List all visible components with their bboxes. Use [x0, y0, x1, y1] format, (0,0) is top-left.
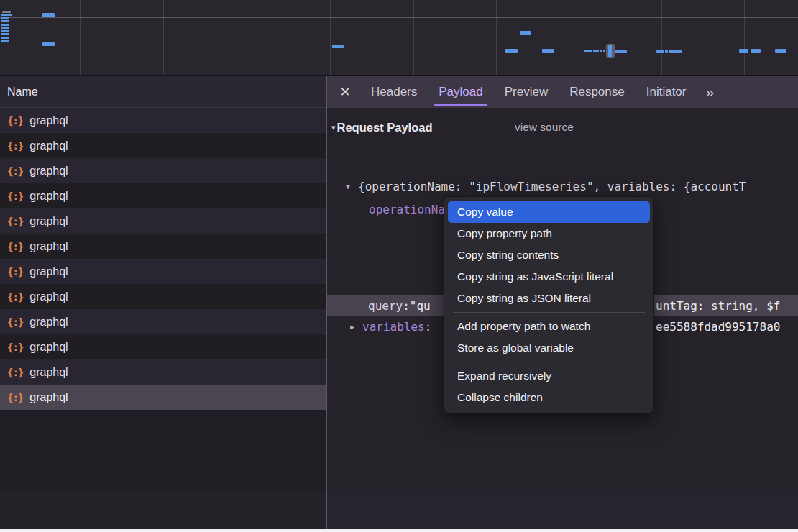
- request-timing-bar: [669, 50, 682, 53]
- property-key: query: [368, 299, 410, 313]
- request-timing-bar: [1, 14, 12, 16]
- request-list: {:}graphql{:}graphql{:}graphql{:}graphql…: [0, 108, 326, 490]
- request-timing-bar: [775, 49, 786, 53]
- status-bar-left: [0, 490, 326, 529]
- request-name-label: graphql: [29, 190, 68, 203]
- tab-label: Payload: [439, 85, 482, 99]
- network-request-row[interactable]: {:}graphql: [0, 183, 326, 208]
- request-timing-bar: [1, 30, 9, 32]
- timeline-gridline: [661, 0, 662, 75]
- request-name-label: graphql: [29, 341, 68, 354]
- request-timing-bar: [656, 50, 664, 53]
- network-request-row[interactable]: {:}graphql: [0, 385, 326, 410]
- menu-item[interactable]: Collapse children: [448, 387, 650, 408]
- tab-label: Response: [569, 85, 625, 99]
- page-edge: [0, 529, 798, 532]
- timeline-gridline: [330, 0, 331, 75]
- menu-item[interactable]: Copy string as JSON literal: [448, 288, 650, 309]
- property-key: variables: [362, 320, 431, 334]
- request-payload-section[interactable]: ▾ Request Payload view source: [331, 118, 433, 137]
- network-request-row[interactable]: {:}graphql: [0, 309, 326, 334]
- timeline-gridline: [496, 0, 497, 75]
- request-timing-bar: [608, 45, 612, 57]
- network-request-row[interactable]: {:}graphql: [0, 133, 326, 158]
- tab-headers[interactable]: Headers: [360, 76, 428, 108]
- tab-label: Preview: [505, 85, 548, 99]
- timeline-gridline: [80, 0, 81, 75]
- request-timing-bar: [751, 49, 761, 53]
- request-timing-bar: [584, 50, 592, 52]
- network-request-row[interactable]: {:}graphql: [0, 234, 326, 259]
- request-timing-bar: [1, 17, 9, 19]
- json-braces-icon: {:}: [7, 165, 23, 177]
- detail-tabs: HeadersPayloadPreviewResponseInitiator: [360, 76, 697, 108]
- network-request-row[interactable]: {:}graphql: [0, 334, 326, 359]
- status-bar-divider: [0, 490, 798, 490]
- request-timing-bar: [593, 50, 599, 52]
- menu-item[interactable]: Expand recursively: [448, 365, 650, 387]
- disclosure-triangle-icon: ▾: [331, 123, 336, 132]
- panel-resize-sash[interactable]: [326, 76, 327, 529]
- property-value: "qu: [410, 299, 431, 313]
- request-timing-bar: [505, 49, 518, 53]
- menu-item[interactable]: Copy string as JavaScript literal: [448, 266, 650, 288]
- request-name-label: graphql: [29, 139, 68, 152]
- json-braces-icon: {:}: [7, 216, 23, 227]
- network-request-row[interactable]: {:}graphql: [0, 158, 326, 183]
- request-timing-bar: [1, 20, 9, 22]
- request-timing-bar: [1, 33, 9, 35]
- request-timing-bar: [2, 11, 11, 13]
- request-name-label: graphql: [29, 265, 68, 278]
- request-timing-bar: [42, 13, 55, 17]
- network-request-row[interactable]: {:}graphql: [0, 259, 326, 284]
- timeline-gridline: [579, 0, 579, 75]
- request-timing-bar: [332, 45, 344, 48]
- detail-tabbar: ✕ HeadersPayloadPreviewResponseInitiator…: [327, 76, 798, 108]
- payload-root-row[interactable]: ▼ {operationName: "ipFlowTimeseries", va…: [346, 178, 798, 195]
- menu-item[interactable]: Copy string contents: [448, 244, 650, 266]
- tab-preview[interactable]: Preview: [494, 76, 559, 108]
- network-request-row[interactable]: {:}graphql: [0, 359, 326, 385]
- tab-label: Headers: [371, 85, 417, 99]
- network-request-row[interactable]: {:}graphql: [0, 108, 326, 133]
- request-name-label: graphql: [29, 290, 68, 303]
- tab-response[interactable]: Response: [559, 76, 636, 108]
- json-braces-icon: {:}: [7, 241, 23, 252]
- request-name-label: graphql: [29, 114, 68, 127]
- json-braces-icon: {:}: [7, 115, 23, 127]
- request-name-label: graphql: [29, 165, 68, 178]
- request-timing-bar: [1, 40, 9, 42]
- json-braces-icon: {:}: [7, 392, 23, 403]
- menu-item[interactable]: Copy value: [448, 201, 650, 223]
- network-request-row[interactable]: {:}graphql: [0, 284, 326, 309]
- network-request-row[interactable]: {:}graphql: [0, 208, 326, 234]
- name-column-header[interactable]: Name: [0, 76, 326, 108]
- json-braces-icon: {:}: [7, 316, 23, 328]
- context-menu: Copy valueCopy property pathCopy string …: [444, 196, 654, 413]
- request-name-label: graphql: [29, 316, 68, 329]
- variables-value-fragment: ee5588fdad995178a0: [656, 318, 780, 335]
- disclosure-triangle-icon: ▼: [346, 183, 358, 191]
- active-tab-underline: [434, 104, 487, 106]
- request-name-label: graphql: [29, 391, 68, 404]
- close-icon: ✕: [339, 84, 350, 100]
- menu-item[interactable]: Copy property path: [448, 223, 650, 244]
- view-source-link[interactable]: view source: [515, 121, 574, 134]
- more-tabs-button[interactable]: »: [697, 76, 723, 108]
- tab-initiator[interactable]: Initiator: [636, 76, 697, 108]
- request-timing-bar: [739, 49, 748, 53]
- request-name-label: graphql: [29, 215, 68, 228]
- json-braces-icon: {:}: [7, 341, 23, 353]
- json-braces-icon: {:}: [7, 266, 23, 278]
- menu-item[interactable]: Store as global variable: [448, 337, 650, 359]
- network-overview-timeline[interactable]: [0, 0, 798, 76]
- close-detail-button[interactable]: ✕: [330, 76, 360, 108]
- timeline-gridline: [163, 0, 164, 75]
- request-timing-bar: [603, 50, 605, 52]
- menu-item[interactable]: Add property path to watch: [448, 316, 650, 337]
- request-timing-bar: [1, 24, 9, 26]
- chevron-double-right-icon: »: [705, 83, 714, 101]
- request-timing-bar: [520, 31, 531, 35]
- request-name-label: graphql: [29, 366, 68, 379]
- tab-payload[interactable]: Payload: [428, 76, 493, 108]
